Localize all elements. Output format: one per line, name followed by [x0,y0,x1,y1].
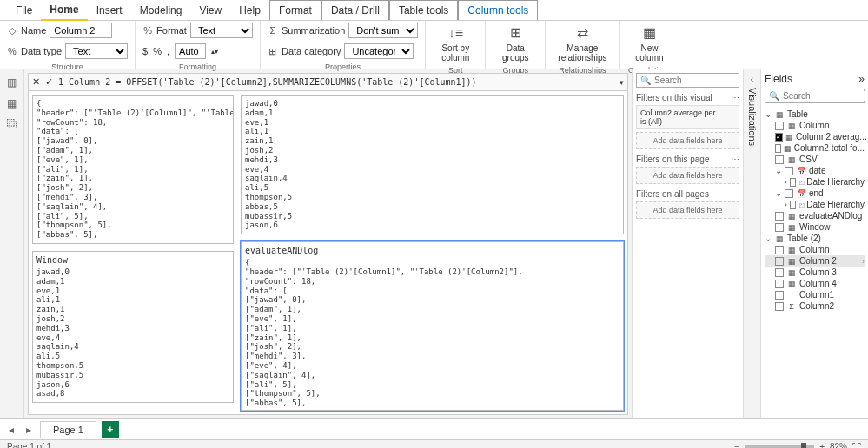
table-icon: ▦ [774,110,785,119]
filter-card[interactable]: Column2 average per ... is (All) [636,105,739,129]
add-page-filter[interactable]: Add data fields here [636,167,739,184]
tab-insert[interactable]: Insert [88,1,131,20]
formula-text[interactable]: 1 Column 2 = OFFSET('Table (2)'[Column2]… [58,77,614,87]
field-col2tot[interactable]: ▦Column2 total fo... [765,142,865,154]
model-view-button[interactable]: ⿻ [4,116,20,132]
format-select[interactable]: Text [190,23,253,38]
ribbon: ◇ Name % Data type Text Structure % Form… [0,21,868,69]
add-page-button[interactable]: + [102,421,119,438]
expand-viz-icon[interactable]: ‹ [751,75,753,84]
tab-tabletools[interactable]: Table tools [389,0,458,20]
json-visual-2[interactable]: jawad,0adam,1eve,1ali,1zain,1josh,2mehdi… [241,95,624,234]
zoom-out-button[interactable]: − [734,442,739,448]
t2-field-col2[interactable]: ▦Column 2› [765,255,865,267]
tab-home[interactable]: Home [41,0,87,21]
field-window[interactable]: ▦Window [765,221,865,233]
table2-node[interactable]: ⌄▦Table (2) [765,233,865,244]
page-status: Page 1 of 1 [7,442,51,448]
tab-help[interactable]: Help [230,1,269,20]
filters-search[interactable]: 🔍 [636,73,739,88]
decimals-input[interactable] [175,43,206,59]
json-visual-1[interactable]: { "header": ["'Table (2)'[Column1]", "'T… [32,95,234,244]
data-view-button[interactable]: ▦ [4,96,20,111]
tab-datadrill[interactable]: Data / Drill [321,0,389,20]
more-icon[interactable]: ⋯ [731,189,739,199]
search-icon: 🔍 [769,91,779,101]
more-icon[interactable]: ⋯ [731,155,739,164]
new-column-icon: ▦ [640,24,658,42]
tab-view[interactable]: View [190,1,230,20]
data-groups-button[interactable]: ⊞ Data groups [493,23,538,64]
window-visual[interactable]: Window jawad,0adam,1eve,1ali,1zain,1josh… [32,251,234,403]
filters-all-header: Filters on all pages [636,189,709,199]
spinner-icon[interactable]: ▴▾ [211,48,218,56]
left-nav-rail: ▥ ▦ ⿻ [0,69,24,418]
group-structure-label: Structure [7,61,128,71]
add-all-filter[interactable]: Add data fields here [636,201,739,219]
field-col2avg[interactable]: ✓▦Column2 averag... [765,131,865,142]
currency-button[interactable]: $ [142,46,148,56]
zoom-in-button[interactable]: + [819,442,825,448]
tag-icon: ◇ [7,25,17,36]
tab-file[interactable]: File [7,1,41,20]
t2-field-col4[interactable]: ▦Column 4 [765,278,865,289]
summar-select[interactable]: Don't summarize [348,23,418,38]
datacat-label: Data category [282,46,341,56]
page-tab-1[interactable]: Page 1 [40,421,96,438]
percent-button[interactable]: % [153,46,162,56]
formula-bar: ✕ ✓ 1 Column 2 = OFFSET('Table (2)'[Colu… [29,74,627,91]
tab-modeling[interactable]: Modeling [131,1,191,20]
field-csv[interactable]: ▦CSV [765,154,865,165]
group-formatting-label: Formatting [142,61,253,71]
prev-page-button[interactable]: ◂ [5,424,17,436]
commit-formula-icon[interactable]: ✓ [45,76,53,88]
fields-title: Fields [765,73,792,85]
name-input[interactable] [50,23,112,38]
page-tabs: ◂ ▸ Page 1 + [0,418,868,439]
t2-field-column1[interactable]: Column1 [765,289,865,300]
collapse-fields-icon[interactable]: » [858,73,865,85]
sort-icon: ↓≡ [447,24,464,42]
comma-button[interactable]: , [167,46,169,56]
groups-icon: ⊞ [507,24,524,42]
filters-pane: 🔍 Filters on this visual ⋯ Column2 avera… [632,69,743,418]
fields-search[interactable]: 🔍 [765,89,865,103]
add-visual-filter[interactable]: Add data fields here [636,132,739,149]
tab-coltools[interactable]: Column tools [458,0,538,20]
new-column-button[interactable]: ▦ New column [626,23,672,64]
datacat-select[interactable]: Uncategorized [344,43,414,59]
field-end[interactable]: ⌄📅end [765,188,865,199]
table-node[interactable]: ⌄▦Table [765,109,865,120]
window-visual-title: Window [36,255,229,266]
sort-by-column-button[interactable]: ↓≡ Sort by column [433,23,478,64]
report-view-button[interactable]: ▥ [4,75,20,90]
manage-relationships-button[interactable]: ⇄ Manage relationships [553,23,612,64]
field-evalog[interactable]: ▦evaluateANDlog [765,210,865,221]
format-label: Format [156,25,187,36]
cancel-formula-icon[interactable]: ✕ [32,76,40,88]
relationships-icon: ⇄ [573,24,591,42]
visualizations-pane[interactable]: ‹ Visualizations [743,69,760,418]
t2-field-column[interactable]: ▦Column [765,244,865,255]
field-column[interactable]: ▦Column [765,120,865,131]
visualizations-label: Visualizations [747,88,758,146]
fields-search-input[interactable] [783,91,868,101]
t2-field-col3[interactable]: ▦Column 3 [765,267,865,278]
eval-visual-title: evaluateANDlog [245,246,620,256]
eval-visual[interactable]: evaluateANDlog { "header": ["'Table (2)'… [241,241,624,411]
fit-to-page-button[interactable]: ⛶ [852,442,861,448]
field-end-hierarchy[interactable]: ›⏍Date Hierarchy [765,199,865,210]
field-date[interactable]: ⌄📅date [765,165,865,176]
tab-format[interactable]: Format [269,0,321,20]
datatype-select[interactable]: Text [65,43,128,59]
next-page-button[interactable]: ▸ [23,424,35,436]
report-canvas: ✕ ✓ 1 Column 2 = OFFSET('Table (2)'[Colu… [28,73,628,415]
datatype-icon: % [7,46,17,56]
summar-label: Summarization [282,25,345,36]
name-label: Name [21,25,46,36]
more-icon[interactable]: ⋯ [731,93,739,102]
t2-field-column2[interactable]: ΣColumn2 [765,300,865,312]
search-icon: 🔍 [640,76,651,85]
chevron-down-icon[interactable]: ▾ [620,78,624,87]
field-date-hierarchy[interactable]: ›⏍Date Hierarchy [765,176,865,188]
